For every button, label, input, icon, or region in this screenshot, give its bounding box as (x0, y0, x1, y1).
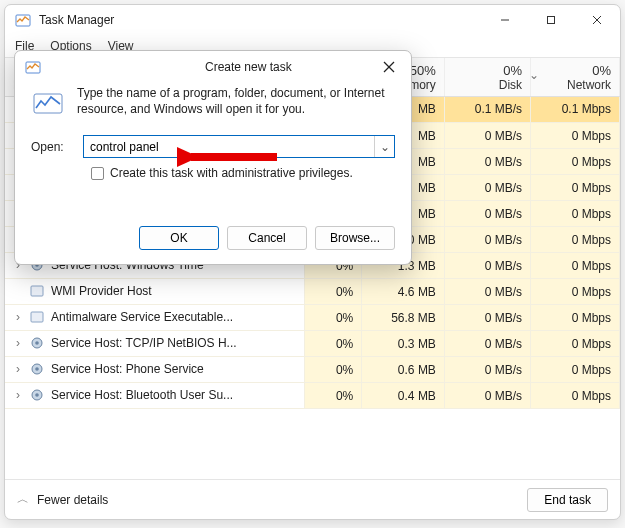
expand-icon[interactable]: › (13, 336, 23, 350)
col-network[interactable]: ⌄ 0% Network (531, 58, 620, 96)
svg-rect-18 (34, 94, 62, 113)
run-icon (31, 85, 65, 119)
close-button[interactable] (574, 5, 620, 35)
network-cell: 0 Mbps (531, 149, 620, 175)
process-name-cell[interactable]: ›Service Host: Bluetooth User Su... (5, 383, 305, 409)
memory-cell: 0.4 MB (362, 383, 445, 409)
admin-checkbox[interactable] (91, 167, 104, 180)
end-task-button[interactable]: End task (527, 488, 608, 512)
network-cell: 0 Mbps (531, 201, 620, 227)
window-title: Task Manager (39, 13, 482, 27)
create-new-task-dialog: Create new task Type the name of a progr… (14, 50, 412, 265)
network-label: Network (539, 78, 611, 92)
process-name-cell[interactable]: ›Antimalware Service Executable... (5, 305, 305, 331)
network-cell: 0 Mbps (531, 123, 620, 149)
disk-cell: 0 MB/s (444, 383, 530, 409)
process-row[interactable]: ›Service Host: Bluetooth User Su...0%0.4… (5, 383, 620, 409)
process-row[interactable]: ›Antimalware Service Executable...0%56.8… (5, 305, 620, 331)
expand-icon[interactable]: › (13, 388, 23, 402)
expand-icon[interactable]: › (13, 362, 23, 376)
svg-point-14 (35, 393, 39, 397)
col-disk[interactable]: 0% Disk (444, 58, 530, 96)
svg-rect-2 (548, 17, 555, 24)
process-row[interactable]: ›Service Host: Phone Service0%0.6 MB0 MB… (5, 357, 620, 383)
network-cell: 0 Mbps (531, 383, 620, 409)
network-pct: 0% (539, 63, 611, 78)
network-cell: 0 Mbps (531, 305, 620, 331)
dialog-title: Create new task (205, 60, 377, 74)
disk-cell: 0 MB/s (444, 331, 530, 357)
cpu-cell: 0% (305, 383, 362, 409)
cancel-button[interactable]: Cancel (227, 226, 307, 250)
gear-icon (29, 335, 45, 351)
svg-rect-8 (31, 312, 43, 322)
process-name: Service Host: TCP/IP NetBIOS H... (51, 336, 237, 350)
process-name-cell[interactable]: ›Service Host: TCP/IP NetBIOS H... (5, 331, 305, 357)
process-name: WMI Provider Host (51, 284, 152, 298)
network-cell: 0 Mbps (531, 253, 620, 279)
network-cell: 0 Mbps (531, 357, 620, 383)
memory-cell: 0.3 MB (362, 331, 445, 357)
svg-rect-7 (31, 286, 43, 296)
disk-cell: 0 MB/s (444, 201, 530, 227)
process-name-cell[interactable]: ›Service Host: Phone Service (5, 357, 305, 383)
network-cell: 0 Mbps (531, 175, 620, 201)
disk-cell: 0 MB/s (444, 279, 530, 305)
process-row[interactable]: WMI Provider Host0%4.6 MB0 MB/s0 Mbps (5, 279, 620, 305)
network-cell: 0.1 Mbps (531, 96, 620, 123)
svg-point-12 (35, 367, 39, 371)
statusbar: ︿ Fewer details End task (5, 479, 620, 519)
cpu-cell: 0% (305, 331, 362, 357)
network-cell: 0 Mbps (531, 227, 620, 253)
gear-icon (29, 361, 45, 377)
app-icon (29, 283, 45, 299)
disk-cell: 0 MB/s (444, 357, 530, 383)
disk-cell: 0 MB/s (444, 227, 530, 253)
disk-cell: 0 MB/s (444, 123, 530, 149)
admin-label: Create this task with administrative pri… (110, 166, 353, 180)
open-combobox[interactable]: ⌄ (83, 135, 395, 158)
task-manager-icon (15, 12, 31, 28)
chevron-up-icon: ︿ (17, 491, 29, 508)
cpu-cell: 0% (305, 357, 362, 383)
memory-cell: 4.6 MB (362, 279, 445, 305)
disk-pct: 0% (453, 63, 522, 78)
gear-icon (29, 387, 45, 403)
network-cell: 0 Mbps (531, 279, 620, 305)
ok-button[interactable]: OK (139, 226, 219, 250)
maximize-button[interactable] (528, 5, 574, 35)
svg-point-10 (35, 341, 39, 345)
dialog-close-button[interactable] (377, 55, 401, 79)
expand-icon[interactable]: › (13, 310, 23, 324)
network-cell: 0 Mbps (531, 331, 620, 357)
process-name-cell[interactable]: WMI Provider Host (5, 279, 305, 305)
minimize-button[interactable] (482, 5, 528, 35)
memory-cell: 56.8 MB (362, 305, 445, 331)
chevron-down-icon: ⌄ (529, 68, 539, 82)
cpu-cell: 0% (305, 279, 362, 305)
dialog-description: Type the name of a program, folder, docu… (77, 85, 395, 119)
process-name: Service Host: Bluetooth User Su... (51, 388, 233, 402)
dialog-titlebar: Create new task (15, 51, 411, 83)
process-name: Antimalware Service Executable... (51, 310, 233, 324)
titlebar: Task Manager (5, 5, 620, 35)
disk-cell: 0 MB/s (444, 175, 530, 201)
browse-button[interactable]: Browse... (315, 226, 395, 250)
process-row[interactable]: ›Service Host: TCP/IP NetBIOS H...0%0.3 … (5, 331, 620, 357)
disk-cell: 0.1 MB/s (444, 96, 530, 123)
open-label: Open: (31, 140, 73, 154)
process-name: Service Host: Phone Service (51, 362, 204, 376)
disk-cell: 0 MB/s (444, 305, 530, 331)
disk-label: Disk (453, 78, 522, 92)
chevron-down-icon[interactable]: ⌄ (374, 136, 394, 157)
fewer-details-toggle[interactable]: ︿ Fewer details (17, 491, 519, 508)
disk-cell: 0 MB/s (444, 253, 530, 279)
fewer-details-label: Fewer details (37, 493, 108, 507)
cpu-cell: 0% (305, 305, 362, 331)
memory-cell: 0.6 MB (362, 357, 445, 383)
disk-cell: 0 MB/s (444, 149, 530, 175)
open-input[interactable] (84, 136, 374, 157)
app-icon (29, 309, 45, 325)
task-manager-icon (25, 59, 197, 75)
